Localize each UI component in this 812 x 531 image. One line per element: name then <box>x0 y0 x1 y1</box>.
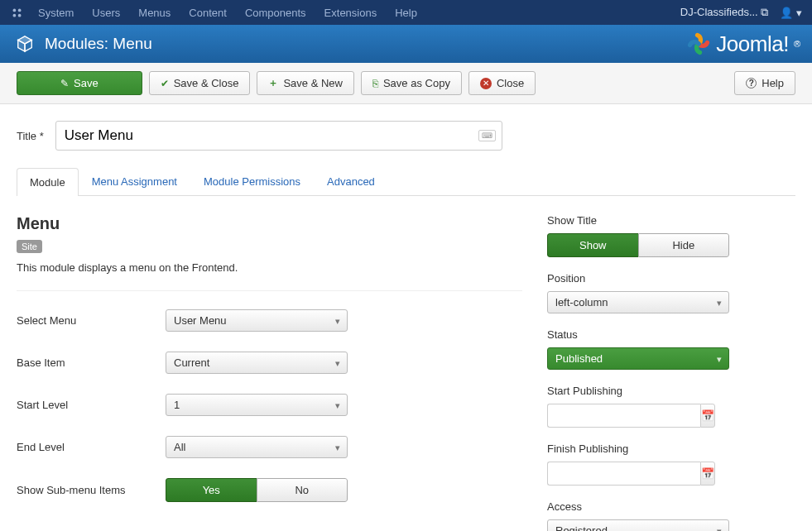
show-title-show[interactable]: Show <box>547 233 638 257</box>
tab-menu-assignment[interactable]: Menu Assignment <box>79 167 190 195</box>
position-dropdown[interactable]: left-column <box>547 291 729 313</box>
cancel-icon: ✕ <box>480 78 492 89</box>
position-label: Position <box>547 272 795 285</box>
finish-publishing-calendar-button[interactable]: 📅 <box>700 462 715 486</box>
question-icon: ? <box>746 78 757 88</box>
finish-publishing-input[interactable] <box>547 462 700 486</box>
save-new-button[interactable]: ＋Save & New <box>257 71 354 95</box>
svg-point-1 <box>17 8 21 12</box>
page-title: Modules: Menu <box>45 35 152 53</box>
topnav-system[interactable]: System <box>38 7 74 19</box>
base-item-dropdown[interactable]: Current <box>166 352 348 374</box>
save-close-button[interactable]: ✔Save & Close <box>149 71 251 95</box>
show-sub-toggle: Yes No <box>166 478 348 502</box>
toolbar: ✎Save ✔Save & Close ＋Save & New ⎘Save as… <box>0 63 812 104</box>
status-dropdown[interactable]: Published <box>547 347 729 370</box>
show-sub-no[interactable]: No <box>257 478 348 502</box>
calendar-icon: 📅 <box>701 467 714 480</box>
svg-point-0 <box>12 8 16 12</box>
title-label: Title * <box>17 130 44 142</box>
show-title-toggle: Show Hide <box>547 233 729 257</box>
end-level-label: End Level <box>17 441 166 453</box>
client-badge: Site <box>17 240 42 253</box>
tabs: Module Menu Assignment Module Permission… <box>17 167 795 196</box>
tab-advanced[interactable]: Advanced <box>314 167 388 195</box>
show-title-hide[interactable]: Hide <box>638 233 730 257</box>
start-publishing-calendar-button[interactable]: 📅 <box>700 404 715 428</box>
user-menu-icon[interactable]: 👤 ▾ <box>780 7 802 19</box>
select-menu-dropdown[interactable]: User Menu <box>166 309 348 332</box>
show-sub-yes[interactable]: Yes <box>166 478 257 502</box>
topnav-users[interactable]: Users <box>92 7 120 19</box>
plus-icon: ＋ <box>268 76 278 90</box>
cube-icon <box>15 35 35 53</box>
tab-module[interactable]: Module <box>17 168 79 196</box>
calendar-icon: 📅 <box>701 409 714 422</box>
save-copy-button[interactable]: ⎘Save as Copy <box>361 71 462 95</box>
show-title-label: Show Title <box>547 214 795 227</box>
base-item-label: Base Item <box>17 356 166 369</box>
top-navbar: System Users Menus Content Components Ex… <box>0 0 812 25</box>
end-level-dropdown[interactable]: All <box>166 436 348 458</box>
keyboard-icon: ⌨ <box>478 130 496 141</box>
start-publishing-input[interactable] <box>547 404 700 428</box>
svg-point-3 <box>17 13 21 17</box>
svg-point-2 <box>12 13 16 17</box>
module-description: This module displays a menu on the Front… <box>17 261 522 274</box>
topnav-extensions[interactable]: Extensions <box>324 7 377 19</box>
check-icon: ✔ <box>161 78 169 89</box>
module-heading: Menu <box>17 214 522 233</box>
joomla-icon[interactable] <box>10 6 23 19</box>
access-label: Access <box>547 500 795 513</box>
start-level-dropdown[interactable]: 1 <box>166 394 348 416</box>
show-sub-label: Show Sub-menu Items <box>17 484 166 496</box>
topnav-help[interactable]: Help <box>395 7 417 19</box>
finish-publishing-label: Finish Publishing <box>547 442 795 455</box>
apply-icon: ✎ <box>60 78 69 89</box>
topnav-components[interactable]: Components <box>245 7 306 19</box>
save-button[interactable]: ✎Save <box>17 71 142 95</box>
start-level-label: Start Level <box>17 399 166 411</box>
start-publishing-label: Start Publishing <box>547 385 795 397</box>
select-menu-label: Select Menu <box>17 314 166 327</box>
status-label: Status <box>547 328 795 341</box>
title-input[interactable] <box>55 121 502 151</box>
topnav-menus[interactable]: Menus <box>138 7 171 19</box>
site-link[interactable]: DJ-Classifieds... ⧉ <box>680 6 769 19</box>
help-button[interactable]: ?Help <box>734 71 795 95</box>
close-button[interactable]: ✕Close <box>468 71 536 95</box>
copy-icon: ⎘ <box>372 78 378 89</box>
topnav-content[interactable]: Content <box>189 7 227 19</box>
tab-module-permissions[interactable]: Module Permissions <box>190 167 314 195</box>
top-menu: System Users Menus Content Components Ex… <box>38 7 680 19</box>
joomla-logo: Joomla!® <box>686 31 800 57</box>
page-header: Modules: Menu Joomla!® <box>0 25 812 63</box>
external-icon: ⧉ <box>761 6 768 18</box>
access-dropdown[interactable]: Registered <box>547 519 729 531</box>
